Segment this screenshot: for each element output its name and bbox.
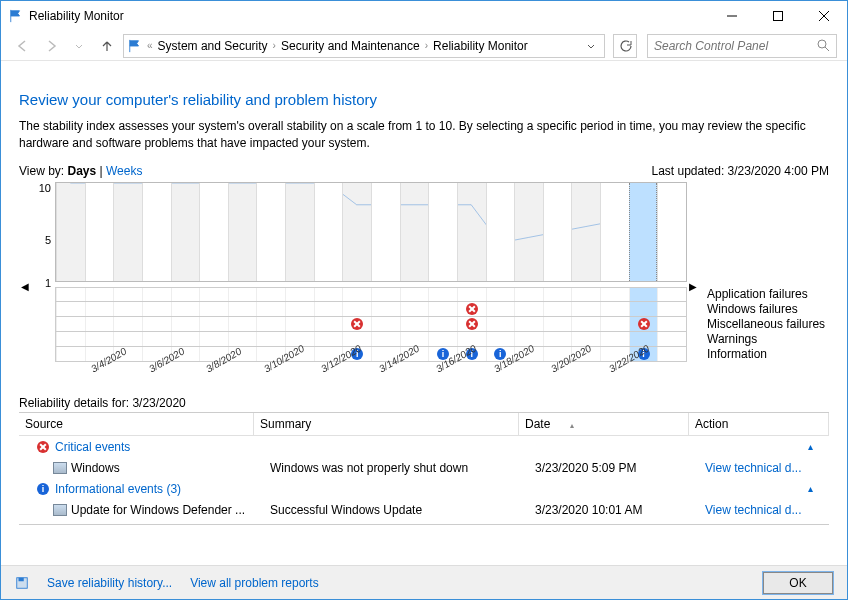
forward-button[interactable] xyxy=(39,34,63,58)
close-button[interactable] xyxy=(801,1,847,31)
info-icon: i xyxy=(37,483,49,495)
chevron-right-icon: › xyxy=(273,40,276,51)
table-row[interactable]: 0WZDNCRFHVQM-MICROSOF...Successful Windo… xyxy=(19,520,829,525)
breadcrumb[interactable]: « System and Security › Security and Mai… xyxy=(123,34,605,58)
legend-warnings: Warnings xyxy=(707,332,829,347)
view-by-days[interactable]: Days xyxy=(67,164,96,178)
up-button[interactable] xyxy=(95,34,119,58)
group-row[interactable]: Critical events▴ xyxy=(19,436,829,458)
legend-information: Information xyxy=(707,347,829,362)
sort-asc-icon: ▴ xyxy=(570,421,574,430)
maximize-button[interactable] xyxy=(755,1,801,31)
col-header-summary[interactable]: Summary xyxy=(254,413,519,435)
legend-app-failures: Application failures xyxy=(707,287,829,302)
svg-rect-7 xyxy=(19,577,24,581)
app-flag-icon xyxy=(9,9,23,23)
table-row[interactable]: Update for Windows Defender ...Successfu… xyxy=(19,500,829,520)
breadcrumb-item[interactable]: Reliability Monitor xyxy=(433,39,528,53)
error-icon xyxy=(37,441,49,453)
error-icon[interactable] xyxy=(466,318,478,330)
breadcrumb-dropdown[interactable] xyxy=(582,41,600,51)
view-details-link[interactable]: View technical d... xyxy=(705,503,823,517)
svg-line-5 xyxy=(825,47,829,51)
table-row[interactable]: WindowsWindows was not properly shut dow… xyxy=(19,458,829,478)
breadcrumb-item[interactable]: Security and Maintenance xyxy=(281,39,420,53)
col-header-source[interactable]: Source xyxy=(19,413,254,435)
page-description: The stability index assesses your system… xyxy=(19,118,829,152)
legend-misc-failures: Miscellaneous failures xyxy=(707,317,829,332)
view-all-reports-link[interactable]: View all problem reports xyxy=(190,576,319,590)
chevron-icon: « xyxy=(147,40,153,51)
save-history-link[interactable]: Save reliability history... xyxy=(47,576,172,590)
group-row[interactable]: iInformational events (3)▴ xyxy=(19,478,829,500)
error-icon[interactable] xyxy=(638,318,650,330)
collapse-icon[interactable]: ▴ xyxy=(808,483,813,494)
collapse-icon[interactable]: ▴ xyxy=(808,441,813,452)
chevron-right-icon: › xyxy=(425,40,428,51)
view-details-link[interactable]: View technical d... xyxy=(705,523,823,525)
col-header-date[interactable]: Date▴ xyxy=(519,413,689,435)
view-details-link[interactable]: View technical d... xyxy=(705,461,823,475)
details-header: Reliability details for: 3/23/2020 xyxy=(19,394,829,413)
window-title: Reliability Monitor xyxy=(29,9,709,23)
recent-dropdown[interactable] xyxy=(67,34,91,58)
svg-rect-1 xyxy=(774,12,783,21)
error-icon[interactable] xyxy=(466,303,478,315)
app-icon xyxy=(53,504,67,516)
app-icon xyxy=(53,462,67,474)
legend-win-failures: Windows failures xyxy=(707,302,829,317)
svg-point-4 xyxy=(818,40,826,48)
save-icon xyxy=(15,576,29,590)
reliability-chart[interactable]: 1510 iiiii 3/4/20203/6/20203/8/20203/10/… xyxy=(31,182,687,392)
breadcrumb-flag-icon xyxy=(128,39,142,53)
chart-scroll-right[interactable]: ▶ xyxy=(687,182,699,392)
search-box[interactable] xyxy=(647,34,837,58)
refresh-button[interactable] xyxy=(613,34,637,58)
search-input[interactable] xyxy=(654,39,817,53)
ok-button[interactable]: OK xyxy=(763,572,833,594)
app-icon xyxy=(53,524,67,525)
search-icon xyxy=(817,39,830,52)
chart-scroll-left[interactable]: ◀ xyxy=(19,182,31,392)
error-icon[interactable] xyxy=(351,318,363,330)
view-by-control: View by: Days | Weeks xyxy=(19,164,142,178)
col-header-action[interactable]: Action xyxy=(689,413,829,435)
view-by-weeks[interactable]: Weeks xyxy=(106,164,142,178)
breadcrumb-item[interactable]: System and Security xyxy=(158,39,268,53)
page-heading: Review your computer's reliability and p… xyxy=(19,91,829,108)
last-updated: Last updated: 3/23/2020 4:00 PM xyxy=(652,164,830,178)
back-button[interactable] xyxy=(11,34,35,58)
details-table[interactable]: Source Summary Date▴ Action Critical eve… xyxy=(19,413,829,525)
minimize-button[interactable] xyxy=(709,1,755,31)
